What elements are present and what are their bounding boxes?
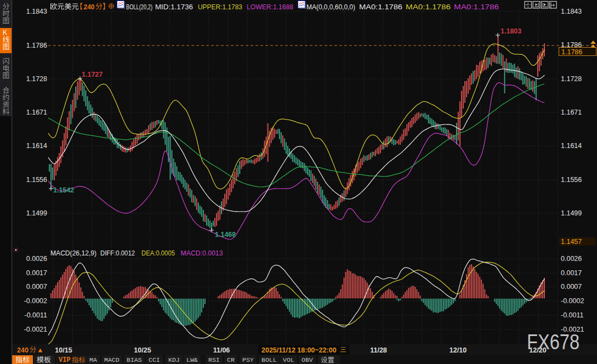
svg-text:-0.0021: -0.0021: [24, 326, 47, 333]
svg-text:1.1671: 1.1671: [561, 109, 582, 116]
svg-text:DIFF:0.0012: DIFF:0.0012: [100, 249, 135, 257]
svg-text:LOWER:1.1688: LOWER:1.1688: [247, 3, 293, 11]
svg-text:BOLL(20,2): BOLL(20,2): [126, 3, 152, 11]
svg-text:-0.0002: -0.0002: [561, 297, 584, 305]
svg-text:PSY: PSY: [242, 356, 254, 363]
svg-text:FX678: FX678: [527, 330, 579, 354]
svg-text:-0.0011: -0.0011: [25, 311, 48, 319]
svg-text:240: 240: [84, 3, 95, 11]
svg-text:12/10: 12/10: [450, 346, 467, 354]
svg-text:BIAS: BIAS: [127, 356, 142, 363]
svg-text:MACD:0.0013: MACD:0.0013: [181, 249, 223, 257]
svg-text:OBV: OBV: [302, 356, 313, 363]
svg-text:0.0017: 0.0017: [26, 269, 47, 277]
svg-text:0.0007: 0.0007: [561, 283, 582, 291]
svg-text:0.0007: 0.0007: [26, 283, 47, 291]
svg-text:1.1556: 1.1556: [26, 176, 47, 184]
svg-text:-0.0002: -0.0002: [24, 297, 47, 305]
svg-text:1.1786: 1.1786: [26, 42, 47, 49]
svg-text:LW&: LW&: [186, 356, 198, 363]
svg-text:0.0026: 0.0026: [561, 255, 582, 263]
svg-text:1.1457: 1.1457: [561, 238, 582, 246]
svg-text:1.1786: 1.1786: [561, 48, 582, 56]
svg-text:11/28: 11/28: [370, 346, 387, 354]
svg-text:240: 240: [17, 346, 29, 354]
svg-text:MACD(26,12,9): MACD(26,12,9): [50, 249, 96, 257]
svg-text:-0.0011: -0.0011: [561, 311, 584, 319]
svg-text:MA0:1.1786: MA0:1.1786: [454, 3, 499, 11]
svg-text:1.1614: 1.1614: [26, 142, 47, 150]
svg-text:1.1614: 1.1614: [561, 142, 582, 150]
svg-text:1.1843: 1.1843: [561, 8, 582, 15]
svg-text:1.1499: 1.1499: [26, 209, 47, 217]
svg-text:1.1542: 1.1542: [53, 186, 74, 194]
svg-text:CR: CR: [227, 356, 235, 363]
svg-text:RSI: RSI: [208, 356, 220, 363]
svg-text:VOL: VOL: [283, 356, 294, 363]
svg-text:11/06: 11/06: [213, 346, 230, 354]
svg-text:MA0:1.1786: MA0:1.1786: [406, 3, 451, 11]
svg-text:1.1499: 1.1499: [561, 209, 582, 217]
svg-text:1.1727: 1.1727: [82, 71, 103, 78]
svg-text:1.1671: 1.1671: [26, 109, 47, 116]
svg-text:KDJ: KDJ: [168, 356, 180, 363]
svg-text:2025/11/12 18:00~22:00: 2025/11/12 18:00~22:00: [261, 346, 337, 354]
svg-text:MID:1.1736: MID:1.1736: [155, 3, 193, 11]
svg-text:1.1468: 1.1468: [215, 231, 236, 238]
svg-text:0.0017: 0.0017: [561, 269, 582, 277]
svg-text:10/25: 10/25: [134, 346, 151, 354]
svg-text:1.1728: 1.1728: [561, 75, 582, 83]
svg-text:0.0026: 0.0026: [26, 255, 47, 263]
svg-text:MACD: MACD: [104, 356, 120, 363]
svg-text:DEA:0.0005: DEA:0.0005: [141, 249, 175, 257]
svg-text:MA0:1.1786: MA0:1.1786: [359, 3, 402, 11]
svg-text:BOLL: BOLL: [261, 356, 277, 363]
svg-text:VIP: VIP: [59, 356, 71, 364]
svg-text:MA: MA: [89, 356, 97, 363]
svg-text:1.1556: 1.1556: [561, 176, 582, 184]
svg-text:1.1843: 1.1843: [26, 8, 47, 15]
svg-text:1.1803: 1.1803: [501, 27, 521, 35]
svg-text:1.1728: 1.1728: [26, 75, 47, 83]
svg-text:UPPER:1.1783: UPPER:1.1783: [198, 3, 242, 11]
svg-text:MA(0,0,0,60,0,0): MA(0,0,0,60,0,0): [306, 3, 355, 11]
svg-text:10/15: 10/15: [55, 346, 72, 354]
svg-text:CCI: CCI: [149, 356, 160, 363]
